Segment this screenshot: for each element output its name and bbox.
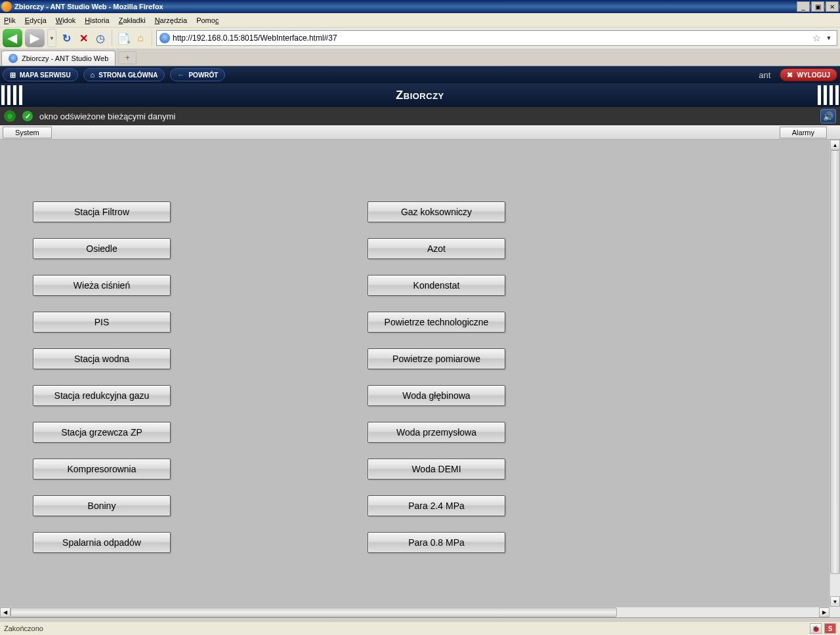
status-message: okno odświeżone bieżącymi danymi — [39, 112, 175, 121]
btn-woda-przemyslowa[interactable]: Woda przemysłowa — [368, 422, 505, 443]
button-column-left: Stacja Filtrow Osiedle Wieża ciśnień PIS… — [33, 201, 171, 553]
logout-button[interactable]: ✖ WYLOGUJ — [780, 68, 837, 81]
btn-stacja-grzewcza-zp[interactable]: Stacja grzewcza ZP — [33, 422, 171, 443]
scroll-down-button[interactable]: ▼ — [830, 596, 840, 607]
home-button[interactable]: ⌂ — [133, 31, 148, 45]
url-bar[interactable]: http://192.168.0.15:8015/WebInterface.ht… — [156, 30, 837, 46]
tab-favicon-icon — [9, 54, 18, 63]
username-label: ant — [759, 70, 770, 80]
menu-file[interactable]: Plik — [4, 16, 16, 24]
page-header: Zbiorczy — [0, 83, 840, 107]
btn-wieza-cisnien[interactable]: Wieża ciśnień — [33, 275, 171, 296]
noscript-icon[interactable]: S — [824, 623, 836, 634]
minimize-button[interactable]: _ — [797, 1, 810, 12]
activity-icon: ◷ — [93, 31, 108, 45]
url-text[interactable]: http://192.168.0.15:8015/WebInterface.ht… — [173, 33, 810, 43]
sub-tab-row: System Alarmy — [0, 125, 840, 140]
history-dropdown[interactable]: ▼ — [47, 29, 56, 47]
scroll-right-button[interactable]: ▶ — [819, 607, 830, 617]
app-status-bar: ✓ okno odświeżone bieżącymi danymi 🔊 — [0, 107, 840, 125]
sitemap-icon: ⊞ — [10, 71, 16, 79]
vscroll-thumb[interactable] — [830, 150, 840, 574]
tab-system[interactable]: System — [3, 127, 52, 138]
back-button[interactable]: ◀ — [3, 29, 22, 47]
btn-woda-glebinowa[interactable]: Woda głębinowa — [368, 385, 505, 406]
vscroll-track[interactable] — [830, 150, 840, 596]
nav-toolbar: ◀ ▶ ▼ ↻ ✕ ◷ 📄＋ ⌂ http://192.168.0.15:801… — [0, 28, 840, 49]
browser-tab[interactable]: Zbiorczy - ANT Studio Web — [1, 51, 116, 66]
home-icon: ⌂ — [91, 71, 95, 79]
btn-woda-demi[interactable]: Woda DEMI — [368, 459, 505, 480]
btn-stacja-filtrow[interactable]: Stacja Filtrow — [33, 201, 171, 222]
btn-kompresorownia[interactable]: Kompresorownia — [33, 459, 171, 480]
window-titlebar: Zbiorczy - ANT Studio Web - Mozilla Fire… — [0, 0, 840, 13]
scroll-up-button[interactable]: ▲ — [830, 140, 840, 150]
header-stripes-right — [818, 83, 839, 107]
vertical-scrollbar[interactable]: ▲ ▼ — [830, 140, 840, 607]
new-tab-button[interactable]: + — [118, 51, 136, 64]
toolbar-divider — [112, 30, 112, 46]
btn-pis[interactable]: PIS — [33, 312, 171, 333]
home-page-button[interactable]: ⌂ STRONA GŁÓWNA — [83, 68, 165, 81]
add-bookmark-button[interactable]: 📄＋ — [116, 31, 131, 45]
app-navbar: ⊞ MAPA SERWISU ⌂ STRONA GŁÓWNA ← POWRÓT … — [0, 66, 840, 83]
logout-icon: ✖ — [787, 71, 793, 79]
btn-azot[interactable]: Azot — [368, 238, 505, 259]
btn-gaz-koksowniczy[interactable]: Gaz koksowniczy — [368, 201, 505, 222]
menu-history[interactable]: Historia — [85, 16, 109, 24]
close-button[interactable]: ✕ — [826, 1, 839, 12]
gear-icon[interactable] — [4, 110, 16, 122]
btn-stacja-redukcyjna-gazu[interactable]: Stacja redukcyjna gazu — [33, 385, 171, 406]
horizontal-scrollbar[interactable]: ◀ ▶ — [0, 607, 830, 617]
check-icon: ✓ — [22, 111, 33, 121]
window-title: Zbiorczy - ANT Studio Web - Mozilla Fire… — [14, 3, 797, 10]
btn-stacja-wodna[interactable]: Stacja wodna — [33, 348, 171, 369]
site-map-button[interactable]: ⊞ MAPA SERWISU — [3, 68, 78, 81]
menu-help[interactable]: Pomoc — [196, 16, 219, 24]
forward-button[interactable]: ▶ — [25, 29, 45, 47]
tab-strip: Zbiorczy - ANT Studio Web + — [0, 49, 840, 66]
menu-edit[interactable]: Edycja — [25, 16, 47, 24]
btn-spalarnia-odpadow[interactable]: Spalarnia odpadów — [33, 532, 171, 553]
btn-powietrze-pomiarowe[interactable]: Powietrze pomiarowe — [368, 348, 505, 369]
site-favicon-icon — [159, 33, 170, 43]
return-label: POWRÓT — [188, 72, 218, 79]
hscroll-track[interactable] — [10, 607, 819, 617]
firebug-icon[interactable]: 🐞 — [810, 623, 822, 634]
page-title: Zbiorczy — [396, 89, 444, 102]
header-stripes-left — [1, 83, 22, 107]
scroll-left-button[interactable]: ◀ — [0, 607, 10, 617]
scrollbar-corner — [830, 607, 840, 617]
site-map-label: MAPA SERWISU — [20, 72, 71, 79]
url-dropdown[interactable]: ▼ — [824, 35, 834, 41]
restore-button[interactable]: ▣ — [811, 1, 824, 12]
firefox-icon — [1, 1, 12, 12]
menu-tools[interactable]: Narzędzia — [155, 16, 188, 24]
menu-view[interactable]: Widok — [56, 16, 76, 24]
speaker-icon: 🔊 — [823, 112, 833, 121]
btn-para-24-mpa[interactable]: Para 2.4 MPa — [368, 495, 505, 516]
btn-para-08-mpa[interactable]: Para 0.8 MPa — [368, 532, 505, 553]
btn-osiedle[interactable]: Osiedle — [33, 238, 171, 259]
stop-button[interactable]: ✕ — [76, 31, 91, 45]
home-page-label: STRONA GŁÓWNA — [98, 72, 158, 79]
menu-bookmarks[interactable]: Zakładki — [119, 16, 146, 24]
browser-status-bar: Zakończono 🐞 S — [0, 621, 840, 635]
btn-boniny[interactable]: Boniny — [33, 495, 171, 516]
btn-powietrze-technologiczne[interactable]: Powietrze technologiczne — [368, 312, 505, 333]
hscroll-thumb[interactable] — [10, 607, 617, 617]
menu-bar: Plik Edycja Widok Historia Zakładki Narz… — [0, 13, 840, 28]
tab-alarms[interactable]: Alarmy — [780, 127, 827, 138]
arrow-left-icon: ← — [177, 71, 184, 79]
sound-toggle-button[interactable]: 🔊 — [820, 109, 836, 123]
browser-status-text: Zakończono — [4, 625, 43, 632]
logout-label: WYLOGUJ — [797, 72, 830, 79]
tab-title: Zbiorczy - ANT Studio Web — [22, 54, 108, 62]
btn-kondenstat[interactable]: Kondenstat — [368, 275, 505, 296]
return-button[interactable]: ← POWRÓT — [170, 68, 225, 81]
content-area: Stacja Filtrow Osiedle Wieża ciśnień PIS… — [0, 140, 840, 617]
toolbar-divider-2 — [152, 30, 152, 46]
button-column-right: Gaz koksowniczy Azot Kondenstat Powietrz… — [368, 201, 505, 553]
reload-button[interactable]: ↻ — [59, 31, 74, 45]
bookmark-star-icon[interactable]: ☆ — [812, 33, 821, 43]
